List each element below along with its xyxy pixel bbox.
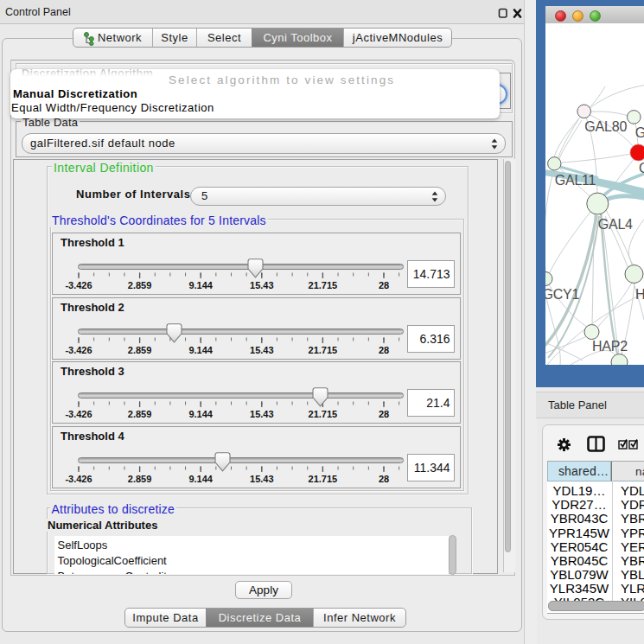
svg-text:H: H bbox=[635, 287, 644, 302]
svg-text:GAL11: GAL11 bbox=[555, 173, 596, 188]
svg-text:GCY1: GCY1 bbox=[545, 287, 580, 302]
svg-text:GA: GA bbox=[635, 125, 644, 140]
svg-text:HAP2: HAP2 bbox=[592, 339, 628, 354]
svg-text:GAL4: GAL4 bbox=[598, 217, 633, 232]
svg-text:GAL80: GAL80 bbox=[584, 119, 627, 134]
svg-text:C: C bbox=[639, 161, 644, 175]
